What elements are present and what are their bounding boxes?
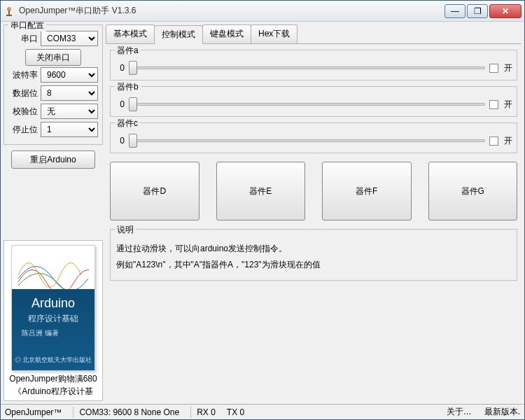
slider-b-thumb[interactable] bbox=[129, 97, 137, 111]
stopbits-label: 停止位 bbox=[8, 124, 38, 136]
component-g-button[interactable]: 器件G bbox=[428, 162, 518, 220]
component-f-button[interactable]: 器件F bbox=[322, 162, 412, 220]
slider-a-thumb[interactable] bbox=[129, 61, 137, 75]
content-area: 串口配置 串口 COM33 关闭串口 波特率 9600 数据位 8 校验位 无 bbox=[1, 22, 524, 404]
slider-b-title: 器件b bbox=[115, 81, 141, 93]
parity-label: 校验位 bbox=[8, 106, 38, 118]
component-e-button[interactable]: 器件E bbox=[216, 162, 306, 220]
description-group: 说明 通过拉动滑块，可以向arduino发送控制指令。 例如"A123\n"，其… bbox=[110, 229, 517, 281]
slider-c-value: 0 bbox=[115, 136, 125, 146]
stopbits-select[interactable]: 1 bbox=[41, 122, 98, 137]
component-buttons: 器件D 器件E 器件F 器件G bbox=[110, 162, 517, 220]
tab-hex[interactable]: Hex下载 bbox=[251, 24, 298, 43]
slider-group-b: 器件b 0 开 bbox=[110, 86, 517, 117]
slider-c[interactable] bbox=[129, 133, 485, 148]
close-button[interactable]: ✕ bbox=[489, 4, 522, 18]
description-line2: 例如"A123\n"，其中"A"指器件A，"123"为滑块现在的值 bbox=[116, 258, 511, 272]
checkbox-b[interactable] bbox=[489, 100, 498, 109]
close-icon: ✕ bbox=[502, 6, 509, 16]
serial-config-title: 串口配置 bbox=[8, 22, 46, 31]
about-link[interactable]: 关于… bbox=[447, 406, 472, 418]
baud-select[interactable]: 9600 bbox=[41, 67, 98, 83]
slider-c-title: 器件c bbox=[115, 118, 140, 130]
status-rx: RX 0 bbox=[190, 407, 216, 418]
promo-line1: OpenJumper购物满680 bbox=[9, 372, 97, 385]
port-select[interactable]: COM33 bbox=[41, 31, 98, 46]
status-tx: TX 0 bbox=[227, 407, 244, 417]
checkbox-c[interactable] bbox=[489, 136, 498, 146]
databits-select[interactable]: 8 bbox=[41, 85, 98, 101]
description-title: 说明 bbox=[115, 224, 136, 236]
tab-control[interactable]: 控制模式 bbox=[154, 25, 203, 44]
book-promo[interactable]: Arduino 程序设计基础 陈吕洲 编著 ◎ 北京航空航天大学出版社 Open… bbox=[4, 240, 103, 401]
slider-b[interactable] bbox=[129, 97, 485, 112]
book-publisher: ◎ 北京航空航天大学出版社 bbox=[12, 356, 94, 365]
slider-c-thumb[interactable] bbox=[129, 134, 137, 148]
port-label: 串口 bbox=[8, 33, 38, 45]
book-author: 陈吕洲 编著 bbox=[22, 328, 59, 338]
tab-strip: 基本模式 控制模式 键盘模式 Hex下载 bbox=[106, 24, 522, 44]
window-controls: — ❐ ✕ bbox=[444, 4, 522, 18]
description-line1: 通过拉动滑块，可以向arduino发送控制指令。 bbox=[116, 242, 511, 255]
slider-b-value: 0 bbox=[115, 99, 125, 109]
main-panel: 基本模式 控制模式 键盘模式 Hex下载 器件a 0 开 器件b bbox=[106, 24, 522, 401]
book-cover: Arduino 程序设计基础 陈吕洲 编著 ◎ 北京航空航天大学出版社 bbox=[11, 245, 95, 371]
baud-label: 波特率 bbox=[8, 69, 38, 81]
slider-group-c: 器件c 0 开 bbox=[110, 122, 517, 153]
app-icon bbox=[4, 6, 15, 17]
slider-a[interactable] bbox=[129, 60, 485, 76]
checkbox-a-label: 开 bbox=[504, 62, 512, 74]
sidebar: 串口配置 串口 COM33 关闭串口 波特率 9600 数据位 8 校验位 无 bbox=[4, 24, 103, 401]
serial-config-group: 串口配置 串口 COM33 关闭串口 波特率 9600 数据位 8 校验位 无 bbox=[4, 24, 103, 145]
maximize-icon: ❐ bbox=[474, 6, 482, 16]
checkbox-c-label: 开 bbox=[504, 135, 512, 147]
tab-page-control: 器件a 0 开 器件b 0 开 bbox=[106, 44, 522, 401]
databits-label: 数据位 bbox=[8, 88, 38, 99]
component-d-button[interactable]: 器件D bbox=[110, 162, 200, 220]
checkbox-b-label: 开 bbox=[504, 99, 512, 111]
checkbox-a[interactable] bbox=[489, 64, 498, 73]
book-subtitle: 程序设计基础 bbox=[12, 313, 94, 325]
status-brand: OpenJumper™ bbox=[5, 407, 62, 417]
minimize-icon: — bbox=[451, 6, 459, 16]
promo-line2: 《Arduino程序设计基 bbox=[13, 385, 92, 398]
minimize-button[interactable]: — bbox=[444, 4, 465, 18]
svg-rect-1 bbox=[8, 10, 10, 15]
statusbar: OpenJumper™ COM33: 9600 8 None One RX 0 … bbox=[1, 404, 524, 419]
book-art-icon bbox=[18, 254, 89, 289]
parity-select[interactable]: 无 bbox=[41, 104, 98, 119]
status-connection: COM33: 9600 8 None One bbox=[73, 407, 179, 418]
titlebar: OpenJumper™串口助手 V1.3.6 — ❐ ✕ bbox=[1, 1, 524, 22]
book-title: Arduino bbox=[12, 296, 94, 311]
slider-a-title: 器件a bbox=[115, 45, 141, 57]
window-title: OpenJumper™串口助手 V1.3.6 bbox=[19, 5, 444, 17]
tab-keyboard[interactable]: 键盘模式 bbox=[202, 24, 251, 43]
restart-arduino-button[interactable]: 重启Arduino bbox=[11, 150, 95, 169]
tab-basic[interactable]: 基本模式 bbox=[106, 24, 155, 43]
close-port-button[interactable]: 关闭串口 bbox=[25, 49, 81, 66]
slider-a-value: 0 bbox=[115, 63, 125, 73]
maximize-button[interactable]: ❐ bbox=[467, 4, 488, 18]
slider-group-a: 器件a 0 开 bbox=[110, 50, 517, 80]
app-window: OpenJumper™串口助手 V1.3.6 — ❐ ✕ 串口配置 串口 COM… bbox=[0, 0, 525, 420]
latest-version-link[interactable]: 最新版本. bbox=[484, 406, 520, 418]
